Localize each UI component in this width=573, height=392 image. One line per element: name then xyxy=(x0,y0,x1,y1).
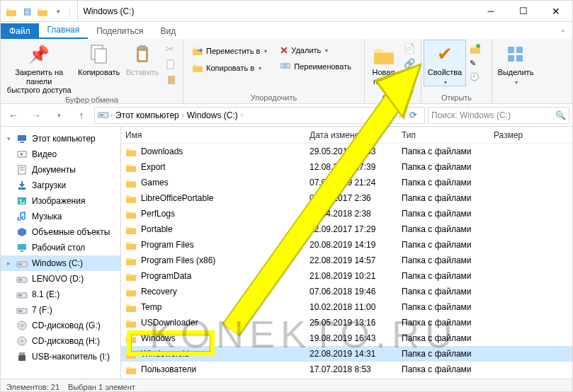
table-row[interactable]: 07.06.2018 19:51 Папка с файлами xyxy=(121,377,572,379)
file-name: PerfLogs xyxy=(141,209,175,219)
search-input[interactable]: Поиск: Windows (C:) 🔍 xyxy=(428,107,569,124)
open-icon[interactable] xyxy=(467,42,484,56)
col-name[interactable]: Имя xyxy=(121,130,305,140)
file-name: Temp xyxy=(141,302,161,312)
folder-icon xyxy=(125,364,137,375)
sidebar-item[interactable]: Изображения xyxy=(1,193,120,209)
sidebar-item[interactable]: USB-накопитель (I:) xyxy=(1,349,120,364)
table-row[interactable]: Recovery 07.06.2018 19:46 Папка с файлам… xyxy=(121,284,572,299)
drive-icon xyxy=(16,258,28,269)
file-type: Папка с файлами xyxy=(397,318,489,328)
address-dropdown-icon[interactable]: ⌄ xyxy=(397,112,403,119)
table-row[interactable]: ProgramData 21.08.2019 10:21 Папка с фай… xyxy=(121,268,572,284)
tab-file[interactable]: Файл xyxy=(1,23,39,39)
tab-home[interactable]: Главная xyxy=(39,22,89,39)
sidebar-item-label: 8.1 (E:) xyxy=(32,289,59,299)
properties-button[interactable]: ✔ Свойства▾ xyxy=(424,40,465,86)
paste-shortcut-icon xyxy=(163,73,180,87)
maximize-button[interactable]: ☐ xyxy=(507,1,540,21)
address-bar[interactable]: › Этот компьютер › Windows (C:) › ⌄ ⟳ xyxy=(94,107,425,124)
table-row[interactable]: Downloads 29.05.2019 10:53 Папка с файла… xyxy=(121,144,572,159)
file-type: Папка с файлами xyxy=(397,255,489,265)
sidebar-item-label: Объемные объекты xyxy=(32,227,110,237)
col-date[interactable]: Дата изменения xyxy=(305,130,397,140)
svg-rect-15 xyxy=(516,47,523,53)
qat-properties-icon[interactable]: ▤ xyxy=(21,5,33,18)
table-row[interactable]: Windows 19.08.2019 16:43 Папка с файлами xyxy=(121,330,572,346)
nav-recent-dropdown[interactable]: ▾ xyxy=(49,105,69,125)
file-type: Папка с файлами xyxy=(397,271,489,281)
chevron-down-icon: ▾ xyxy=(259,65,261,71)
sidebar-item-label: Windows (C:) xyxy=(32,258,83,268)
nav-up-button[interactable]: ↑ xyxy=(72,105,91,125)
copy-button[interactable]: Копировать xyxy=(76,40,122,77)
file-name: USDownloader xyxy=(141,318,198,328)
sidebar-item-label: Этот компьютер xyxy=(32,134,96,144)
sidebar-item-label: Загрузки xyxy=(32,180,66,190)
rename-button[interactable]: ab Переименовать xyxy=(277,59,354,74)
close-button[interactable]: ✕ xyxy=(540,1,572,21)
sidebar-item[interactable]: Загрузки xyxy=(1,178,120,193)
table-row[interactable]: PerfLogs 12.04.2018 2:38 Папка с файлами xyxy=(121,206,572,221)
qat-new-icon[interactable] xyxy=(36,5,49,18)
select-button[interactable]: Выделить▾ xyxy=(495,40,536,86)
folder-icon xyxy=(125,348,137,359)
tab-share[interactable]: Поделиться xyxy=(88,23,152,39)
edit-icon[interactable]: ✎ xyxy=(467,57,484,69)
sidebar-item[interactable]: Документы xyxy=(1,162,120,178)
new-item-icon[interactable]: 📄 xyxy=(401,42,418,55)
breadcrumb-drive[interactable]: Windows (C:) xyxy=(186,110,239,120)
table-row[interactable]: Пользователи 17.07.2018 8:53 Папка с фай… xyxy=(121,362,572,377)
table-row[interactable]: LibreOfficePortable 09.11.2017 2:36 Папк… xyxy=(121,190,572,206)
file-date: 09.11.2017 2:36 xyxy=(305,193,397,203)
delete-button[interactable]: ✕ Удалить▾ xyxy=(277,43,354,57)
file-name: Windows xyxy=(141,333,176,343)
file-date: 25.05.2019 13:16 xyxy=(305,318,397,328)
table-row[interactable]: Windows.old 22.08.2019 14:31 Папка с фай… xyxy=(121,346,572,362)
breadcrumb-pc[interactable]: Этот компьютер xyxy=(114,110,181,120)
folder-icon xyxy=(125,224,137,235)
copy-to-button[interactable]: Копировать в▾ xyxy=(189,60,270,76)
folder-icon xyxy=(125,146,137,157)
file-date: 22.09.2017 17:29 xyxy=(305,224,397,234)
folder-icon xyxy=(125,333,137,344)
svg-rect-17 xyxy=(516,55,523,62)
file-name: Program Files xyxy=(141,240,194,250)
nav-back-button[interactable]: ← xyxy=(4,105,23,125)
refresh-button[interactable]: ⟳ xyxy=(404,110,421,120)
table-row[interactable]: Games 07.03.2019 21:24 Папка с файлами xyxy=(121,175,572,190)
file-name: Export xyxy=(141,162,166,172)
move-to-button[interactable]: Переместить в▾ xyxy=(189,43,270,59)
table-row[interactable]: USDownloader 25.05.2019 13:16 Папка с фа… xyxy=(121,315,572,330)
tab-view[interactable]: Вид xyxy=(152,23,184,39)
pin-quick-access-button[interactable]: 📌 Закрепить на панели быстрого доступа xyxy=(4,40,74,95)
file-type: Папка с файлами xyxy=(397,209,489,219)
qat-dropdown-icon[interactable]: ▾ xyxy=(52,5,64,18)
sidebar-item[interactable]: CD-дисковод (H:) xyxy=(1,333,120,349)
sidebar-item[interactable]: LENOVO (D:) xyxy=(1,271,120,287)
sidebar-item[interactable]: CD-дисковод (G:) xyxy=(1,318,120,333)
sidebar-item[interactable]: ▸Windows (C:) xyxy=(1,255,120,271)
pin-icon: 📌 xyxy=(28,43,50,66)
new-folder-button[interactable]: Новая папка xyxy=(368,40,399,86)
group-open-label: Открыть xyxy=(424,93,489,103)
easy-access-icon[interactable]: 🔗 xyxy=(401,57,418,70)
table-row[interactable]: Portable 22.09.2017 17:29 Папка с файлам… xyxy=(121,221,572,237)
sidebar-item[interactable]: Рабочий стол xyxy=(1,240,120,255)
table-row[interactable]: Export 12.08.2019 17:39 Папка с файлами xyxy=(121,159,572,175)
sidebar-item[interactable]: Музыка xyxy=(1,209,120,224)
sidebar-item[interactable]: 8.1 (E:) xyxy=(1,287,120,302)
collapse-ribbon-icon[interactable]: ˄ xyxy=(554,29,572,39)
table-row[interactable]: Program Files (x86) 22.08.2019 14:57 Пап… xyxy=(121,253,572,268)
sidebar-item[interactable]: ▾Этот компьютер xyxy=(1,131,120,146)
table-row[interactable]: Program Files 20.08.2019 14:19 Папка с ф… xyxy=(121,237,572,253)
minimize-button[interactable]: ─ xyxy=(475,1,507,21)
sidebar-item[interactable]: Объемные объекты xyxy=(1,224,120,240)
column-headers[interactable]: Имя Дата изменения Тип Размер xyxy=(121,127,572,144)
sidebar-item[interactable]: 7 (F:) xyxy=(1,302,120,318)
sidebar-item[interactable]: Видео xyxy=(1,146,120,162)
col-type[interactable]: Тип xyxy=(397,130,489,140)
file-name: ProgramData xyxy=(141,271,191,281)
col-size[interactable]: Размер xyxy=(489,130,572,140)
table-row[interactable]: Temp 10.02.2018 11:00 Папка с файлами xyxy=(121,299,572,315)
